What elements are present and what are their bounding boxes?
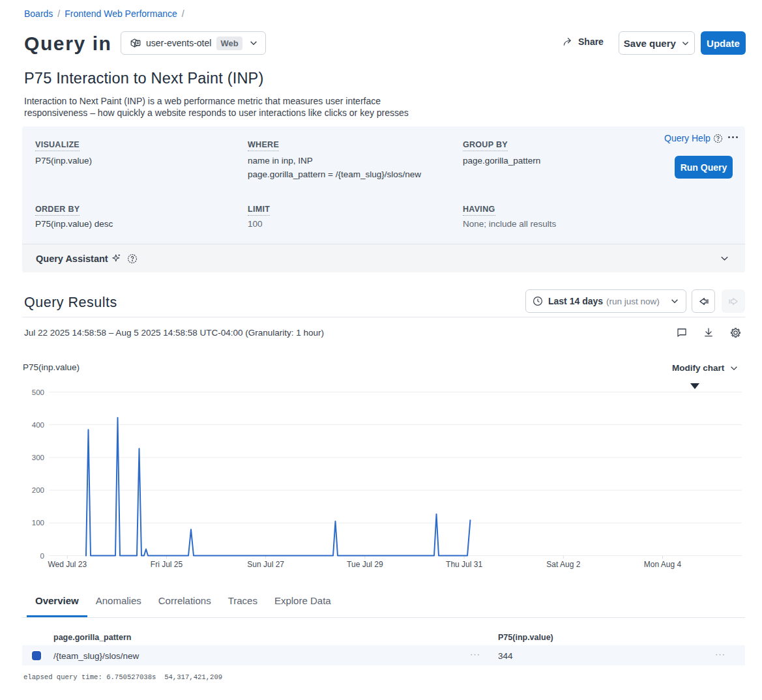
svg-text:Thu Jul 31: Thu Jul 31 bbox=[446, 560, 482, 569]
svg-text:300: 300 bbox=[32, 454, 44, 461]
svg-text:500: 500 bbox=[32, 388, 44, 396]
svg-text:400: 400 bbox=[32, 421, 44, 429]
svg-text:200: 200 bbox=[32, 486, 44, 494]
svg-text:Sun Jul 27: Sun Jul 27 bbox=[247, 560, 284, 569]
svg-text:Wed Jul 23: Wed Jul 23 bbox=[48, 560, 87, 569]
svg-text:Tue Jul 29: Tue Jul 29 bbox=[347, 560, 383, 569]
svg-text:Fri Jul 25: Fri Jul 25 bbox=[151, 560, 183, 569]
svg-text:0: 0 bbox=[40, 552, 44, 560]
svg-text:Sat Aug 2: Sat Aug 2 bbox=[546, 560, 580, 569]
svg-text:Mon Aug 4: Mon Aug 4 bbox=[644, 560, 682, 569]
svg-text:100: 100 bbox=[32, 519, 44, 527]
